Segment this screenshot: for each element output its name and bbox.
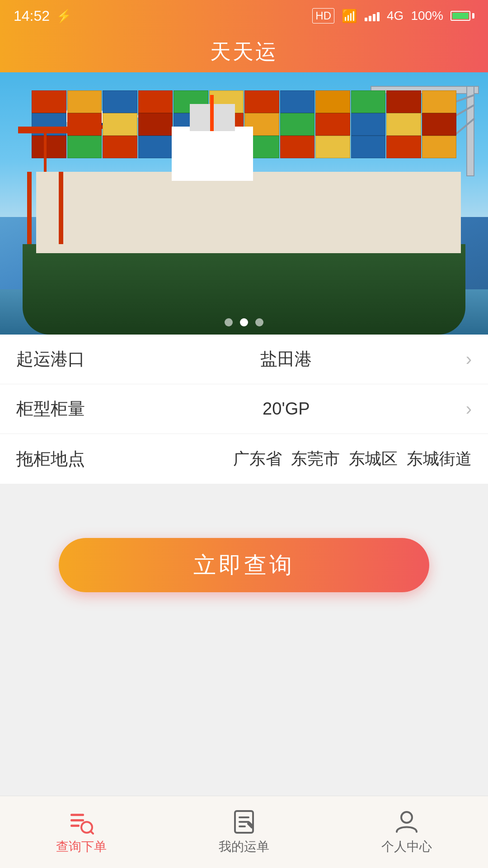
status-left: 14:52 ⚡	[14, 8, 72, 24]
nav-item-query[interactable]: 查询下单	[56, 809, 107, 855]
container-arrow-icon: ›	[466, 399, 472, 419]
nav-label-query: 查询下单	[56, 838, 107, 855]
signal-bars	[365, 10, 380, 21]
my-orders-icon	[231, 809, 257, 835]
usb-icon: ⚡	[56, 9, 72, 24]
banner[interactable]	[0, 72, 488, 335]
dot-3[interactable]	[255, 318, 263, 326]
query-order-icon	[69, 809, 94, 835]
nav-item-orders[interactable]: 我的运单	[219, 809, 269, 855]
container-row[interactable]: 柜型柜量 20'GP ›	[0, 384, 488, 434]
wifi-icon: 📶	[342, 9, 357, 24]
pickup-province: 广东省	[233, 448, 282, 470]
svg-line-4	[91, 831, 93, 834]
nav-item-profile[interactable]: 个人中心	[381, 809, 432, 855]
svg-rect-7	[239, 821, 249, 823]
port-label: 起运港口	[16, 348, 107, 371]
battery-percent: 100%	[411, 9, 443, 23]
status-bar: 14:52 ⚡ HD 📶 4G 100%	[0, 0, 488, 32]
port-row[interactable]: 起运港口 盐田港 ›	[0, 335, 488, 384]
container-label: 柜型柜量	[16, 397, 107, 420]
svg-rect-1	[70, 819, 84, 821]
app-header: 天天运	[0, 32, 488, 72]
pickup-label: 拖柜地点	[16, 448, 107, 471]
svg-rect-6	[239, 816, 249, 818]
network-type: 4G	[387, 9, 404, 23]
banner-scene	[0, 72, 488, 335]
app-title: 天天运	[210, 38, 278, 66]
svg-rect-8	[239, 826, 246, 827]
port-value: 盐田港	[107, 348, 466, 371]
bottom-nav: 查询下单 我的运单 个人中心	[0, 796, 488, 868]
pickup-values: 广东省 东莞市 东城区 东城街道	[107, 448, 472, 470]
hd-badge: HD	[312, 8, 334, 24]
svg-point-10	[401, 812, 412, 823]
pickup-city: 东莞市	[291, 448, 340, 470]
pickup-street: 东城街道	[407, 448, 472, 470]
nav-label-profile: 个人中心	[381, 838, 432, 855]
svg-rect-2	[70, 825, 80, 827]
ship-mast	[210, 95, 214, 131]
time: 14:52	[14, 8, 50, 24]
ship-superstructure	[172, 127, 253, 181]
main-content: 起运港口 盐田港 › 柜型柜量 20'GP › 拖柜地点 广东省 东莞市 东城区…	[0, 72, 488, 796]
port-arrow-icon: ›	[466, 349, 472, 369]
ship-body	[36, 172, 461, 253]
container-value: 20'GP	[107, 399, 466, 419]
dot-2[interactable]	[240, 318, 248, 326]
pickup-district: 东城区	[349, 448, 398, 470]
status-right: HD 📶 4G 100%	[312, 8, 474, 24]
carousel-dots[interactable]	[225, 318, 263, 326]
form-section: 起运港口 盐田港 › 柜型柜量 20'GP › 拖柜地点 广东省 东莞市 东城区…	[0, 335, 488, 484]
pickup-row[interactable]: 拖柜地点 广东省 东莞市 东城区 东城街道	[0, 434, 488, 484]
profile-icon	[394, 809, 419, 835]
query-button[interactable]: 立即查询	[59, 538, 429, 592]
battery-icon	[450, 11, 474, 21]
svg-rect-0	[70, 814, 84, 816]
dot-1[interactable]	[225, 318, 233, 326]
left-crane	[18, 127, 72, 244]
query-area: 立即查询	[0, 484, 488, 796]
nav-label-orders: 我的运单	[219, 838, 269, 855]
